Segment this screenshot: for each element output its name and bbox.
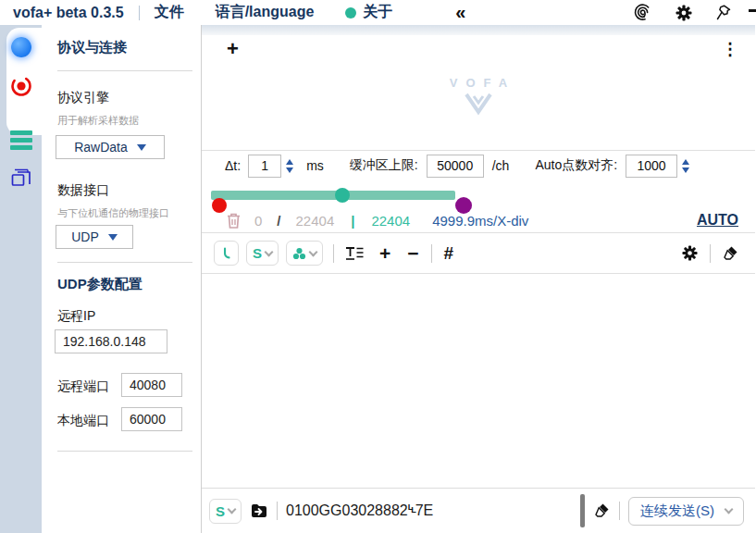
align-value: 1000: [638, 158, 666, 173]
toolbar-divider: [333, 244, 334, 263]
interface-label: 数据接口: [57, 182, 109, 199]
settings-gear-icon[interactable]: [675, 4, 693, 22]
titlebar-actions: [633, 3, 732, 22]
vofa-logo-icon: [463, 92, 494, 118]
window-minimize-dash[interactable]: [749, 9, 756, 12]
step-down-icon: [682, 167, 689, 173]
record-icon: [9, 74, 33, 98]
send-mode-select[interactable]: 连续发送(S): [628, 497, 744, 526]
pin-icon[interactable]: [715, 4, 732, 21]
send-format-button[interactable]: S: [209, 499, 242, 524]
wireless-forward-icon[interactable]: [633, 3, 652, 22]
remote-port-value: 40080: [130, 378, 166, 392]
buffer-start-count: 0: [254, 213, 262, 229]
tab-overflow-menu-icon[interactable]: ⋮: [722, 39, 738, 59]
divider: [57, 262, 192, 263]
remote-ip-label: 远程IP: [57, 308, 95, 325]
pipe-separator: |: [351, 213, 354, 229]
chevron-down-icon: [725, 505, 734, 514]
local-port-label: 本地端口: [57, 413, 109, 429]
menu-language[interactable]: 语言/language: [216, 3, 315, 22]
zoom-in-button[interactable]: +: [379, 243, 390, 263]
vofa-watermark: VOFA: [202, 76, 755, 145]
clear-plot-eraser-icon[interactable]: [722, 245, 739, 262]
interface-select[interactable]: UDP: [56, 225, 133, 249]
buffer-input[interactable]: 50000: [427, 155, 484, 178]
dt-input[interactable]: 1: [248, 155, 281, 178]
engine-desc: 用于解析采样数据: [57, 114, 139, 128]
remote-ip-value: 192.168.0.148: [63, 334, 146, 349]
grid-toggle-button[interactable]: #: [444, 244, 454, 262]
chevron-down-icon: [309, 247, 318, 256]
buffer-end-count: 22404: [296, 213, 335, 229]
dt-label: Δt:: [225, 158, 241, 173]
s-format-label: S: [253, 245, 262, 261]
rail-item-windows[interactable]: [0, 164, 42, 190]
add-tab-button[interactable]: +: [227, 39, 239, 59]
zoom-out-button[interactable]: −: [407, 243, 418, 263]
rail-item-connection[interactable]: [0, 37, 42, 57]
align-label: Auto点数对齐:: [535, 157, 617, 174]
slider-position-handle[interactable]: [335, 188, 350, 203]
engine-label: 协议引擎: [57, 90, 109, 106]
plot-canvas[interactable]: [202, 274, 755, 488]
data-format-button[interactable]: S: [246, 241, 279, 266]
align-stepper[interactable]: [682, 159, 689, 173]
newline-glyph: L: [411, 505, 415, 514]
remote-port-input[interactable]: 40080: [121, 373, 182, 397]
list-bars-icon: [10, 130, 32, 150]
chevron-down-icon: [265, 247, 274, 256]
dt-stepper[interactable]: [286, 159, 293, 173]
status-dot-icon: [345, 7, 356, 19]
sidebar-rail: [0, 25, 42, 533]
sampling-controls: Δt: 1 ms 缓冲区上限: 50000 /ch Auto点数对齐: 1000: [202, 151, 755, 180]
local-port-input[interactable]: 60000: [121, 407, 182, 431]
connection-panel: 协议与连接 协议引擎 用于解析采样数据 RawData 数据接口 与下位机通信的…: [42, 25, 202, 533]
slider-track[interactable]: [211, 191, 455, 200]
slash-separator: /: [277, 213, 280, 229]
titlebar: vofa+ beta 0.3.5 文件 语言/language 关于 «: [0, 0, 756, 25]
plot-settings-gear-icon[interactable]: [681, 244, 699, 262]
step-up-icon: [286, 159, 293, 165]
dt-value: 1: [261, 158, 268, 173]
s-format-label: S: [216, 503, 225, 519]
engine-select[interactable]: RawData: [56, 135, 165, 159]
collapse-menu-icon[interactable]: «: [455, 2, 464, 23]
app-title: vofa+ beta 0.3.5: [13, 5, 124, 21]
chevron-down-icon: [228, 505, 237, 514]
rail-item-record[interactable]: [0, 74, 42, 98]
watermark-text: VOFA: [441, 76, 515, 90]
menu-about[interactable]: 关于: [345, 3, 392, 22]
layered-pages-icon: [8, 164, 34, 190]
titlebar-divider: [139, 6, 140, 20]
channels-button[interactable]: [286, 241, 323, 266]
trash-icon[interactable]: [226, 212, 242, 229]
tabstrip-gradient: [202, 25, 755, 35]
sample-count: 22404: [371, 213, 410, 229]
buffer-value: 50000: [437, 158, 473, 173]
buffer-unit: /ch: [492, 158, 510, 173]
connection-ball-icon: [11, 37, 31, 57]
clear-send-eraser-icon[interactable]: [593, 502, 611, 519]
auto-scale-button[interactable]: AUTO: [697, 212, 738, 229]
align-input[interactable]: 1000: [626, 155, 677, 178]
connect-button[interactable]: [214, 241, 239, 266]
local-port-value: 60000: [130, 412, 166, 427]
dt-unit: ms: [306, 158, 324, 173]
sendbar-divider: [619, 502, 620, 520]
send-payload-input[interactable]: 0100GG03028882 L L 7E: [286, 502, 572, 519]
buffer-label: 缓冲区上限:: [350, 157, 418, 174]
payload-tail-text: 7E: [415, 502, 434, 519]
send-file-icon[interactable]: [250, 502, 268, 520]
toolbar-divider: [710, 244, 711, 263]
send-mode-label: 连续发送(S): [640, 502, 714, 520]
sendbar-splitter-handle[interactable]: [580, 494, 585, 527]
sendbar-divider: [277, 502, 278, 520]
legend-text-icon[interactable]: [344, 245, 365, 262]
rail-item-list[interactable]: [0, 125, 42, 150]
buffer-stats: 0 / 22404 | 22404 4999.9ms/X-div AUTO: [202, 208, 755, 232]
remote-ip-input[interactable]: 192.168.0.148: [55, 329, 167, 353]
vofa-app: vofa+ beta 0.3.5 文件 语言/language 关于 «: [0, 0, 756, 533]
menu-file[interactable]: 文件: [155, 3, 184, 22]
interface-desc: 与下位机通信的物理接口: [57, 206, 169, 220]
